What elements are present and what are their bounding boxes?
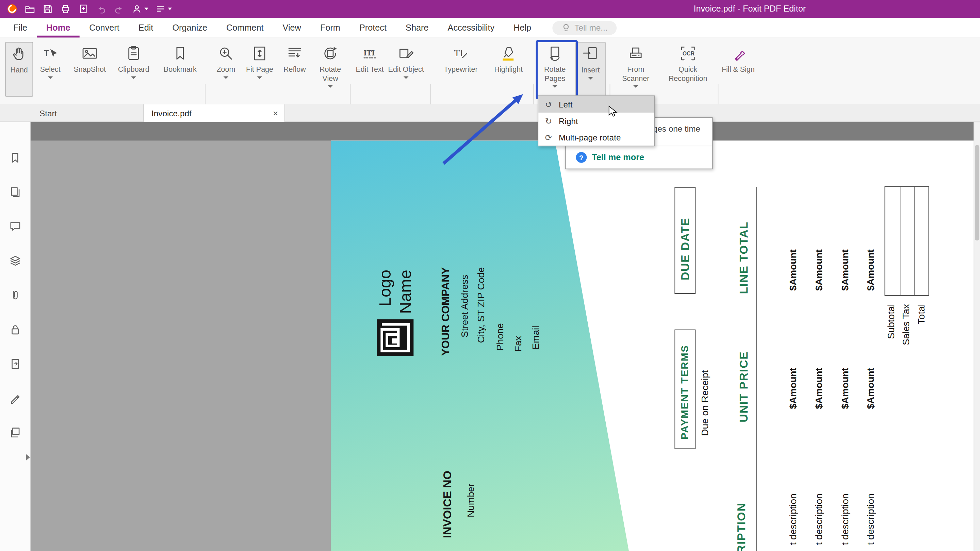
menu-accessibility[interactable]: Accessibility	[438, 18, 504, 37]
line-total-label: LINE TOTAL	[738, 221, 749, 294]
insert-button[interactable]: Insert	[576, 42, 606, 97]
due-date-label: DUE DATE	[679, 218, 691, 281]
close-tab-icon[interactable]: ×	[273, 108, 278, 118]
destinations-panel-icon[interactable]	[9, 357, 21, 370]
highlight-button[interactable]: Highlight	[488, 42, 528, 97]
caret-down-icon	[328, 85, 333, 87]
menu-view[interactable]: View	[273, 18, 311, 37]
menu-organize[interactable]: Organize	[163, 18, 217, 37]
menu-item-label: Left	[559, 100, 573, 109]
stamps-panel-icon[interactable]	[9, 426, 21, 439]
caret-down-icon	[588, 77, 593, 79]
caret-down-icon	[257, 76, 262, 79]
menu-convert[interactable]: Convert	[80, 18, 129, 37]
snapshot-button[interactable]: SnapShot	[70, 42, 110, 97]
menu-item-rotate-right[interactable]: ↻ Right	[538, 113, 654, 129]
description-item: t description	[814, 494, 824, 545]
select-tool-button[interactable]: T Select	[36, 42, 65, 97]
ribbon-label: Bookmark	[164, 66, 197, 75]
menu-comment[interactable]: Comment	[217, 18, 273, 37]
menu-protect[interactable]: Protect	[350, 18, 396, 37]
hand-icon	[10, 45, 28, 63]
ribbon-label: Select	[40, 66, 60, 75]
sales-tax-label: Sales Tax	[901, 304, 911, 345]
menu-share[interactable]: Share	[396, 18, 438, 37]
reflow-button[interactable]: Reflow	[277, 42, 312, 97]
tab-invoice-pdf[interactable]: Invoice.pdf ×	[144, 105, 285, 122]
viewport-top-band	[30, 122, 980, 140]
share-icon[interactable]	[131, 3, 143, 14]
vertical-scrollbar[interactable]	[974, 122, 980, 551]
fit-page-button[interactable]: Fit Page	[244, 42, 275, 97]
svg-text:TI: TI	[454, 48, 463, 58]
tell-me-more-link[interactable]: Tell me more	[592, 153, 644, 162]
hand-tool-button[interactable]: Hand	[5, 42, 33, 97]
menu-file[interactable]: File	[4, 18, 37, 37]
undo-icon[interactable]	[95, 3, 107, 14]
tellme-search[interactable]: Tell me...	[552, 21, 617, 35]
menu-item-label: Multi-page rotate	[559, 133, 620, 142]
fill-sign-pen-icon	[729, 44, 747, 62]
print-icon[interactable]	[60, 3, 72, 14]
document-viewport[interactable]: Logo Name YOUR COMPANY Street Address Ci…	[30, 122, 980, 551]
tab-start[interactable]: Start	[30, 105, 144, 122]
menu-home[interactable]: Home	[37, 18, 80, 37]
edit-object-button[interactable]: Edit Object	[387, 42, 425, 97]
multi-page-rotate-icon: ⟳	[543, 133, 554, 142]
fill-sign-button[interactable]: Fill & Sign	[722, 42, 755, 97]
caret-down-icon	[404, 76, 409, 79]
zoom-button[interactable]: Zoom	[210, 42, 242, 97]
document-tabbar: Start Invoice.pdf ×	[0, 105, 980, 122]
menu-edit[interactable]: Edit	[129, 18, 163, 37]
menu-form[interactable]: Form	[311, 18, 350, 37]
rotate-view-button[interactable]: Rotate View	[313, 42, 347, 97]
ribbon-label: Zoom	[216, 66, 235, 75]
open-folder-icon[interactable]	[24, 3, 36, 14]
menu-item-multi-page-rotate[interactable]: ⟳ Multi-page rotate	[538, 129, 654, 146]
bookmarks-panel-icon[interactable]	[9, 151, 21, 164]
logo-text-line2: Name	[397, 270, 414, 314]
bookmark-icon	[171, 44, 189, 62]
typewriter-button[interactable]: TI Typewriter	[435, 42, 486, 97]
create-pdf-icon[interactable]	[78, 3, 89, 14]
tab-label: Invoice.pdf	[151, 108, 192, 118]
company-logo	[377, 319, 414, 356]
rotate-view-icon	[321, 44, 339, 62]
edit-text-button[interactable]: ITI Edit Text	[354, 42, 386, 97]
signature-panel-icon[interactable]	[9, 392, 21, 404]
comments-panel-icon[interactable]	[9, 220, 21, 233]
line-total-amount: $Amount	[865, 249, 875, 291]
ribbon-label: From Scanner	[615, 66, 657, 83]
reflow-icon	[286, 44, 304, 62]
ribbon-label: Rotate Pages	[537, 66, 573, 83]
quick-recognition-button[interactable]: OCR Quick Recognition	[662, 42, 714, 97]
save-icon[interactable]	[42, 3, 53, 14]
layers-panel-icon[interactable]	[9, 254, 21, 267]
security-panel-icon[interactable]	[9, 323, 21, 336]
bookmark-button[interactable]: Bookmark	[159, 42, 201, 97]
svg-text:T: T	[44, 49, 49, 58]
rotate-pages-icon	[546, 44, 564, 62]
scrollbar-thumb[interactable]	[975, 145, 979, 240]
customize-toolbar-icon[interactable]	[154, 3, 166, 14]
unit-price-amount: $Amount	[788, 368, 797, 409]
ribbon-label: Clipboard	[118, 66, 150, 75]
expand-panel-icon[interactable]	[26, 454, 30, 460]
tooltip-footer: ? Tell me more	[566, 146, 712, 168]
unit-price-label: UNIT PRICE	[738, 351, 749, 422]
clipboard-button[interactable]: Clipboard	[113, 42, 154, 97]
ribbon-label: Insert	[582, 66, 600, 75]
attachments-panel-icon[interactable]	[9, 289, 21, 301]
rotate-pages-button[interactable]: Rotate Pages	[537, 42, 573, 97]
menu-item-rotate-left[interactable]: ↺ Left	[538, 96, 654, 113]
redo-icon[interactable]	[113, 3, 125, 14]
unit-price-amount: $Amount	[814, 368, 824, 409]
ribbon-label: Quick Recognition	[662, 66, 714, 83]
from-scanner-button[interactable]: From Scanner	[615, 42, 657, 97]
insert-icon	[582, 45, 599, 63]
pages-panel-icon[interactable]	[9, 186, 21, 198]
menu-help[interactable]: Help	[504, 18, 541, 37]
ribbon-label: Highlight	[494, 66, 523, 75]
rotate-right-icon: ↻	[543, 116, 554, 125]
fit-page-icon	[251, 44, 269, 62]
